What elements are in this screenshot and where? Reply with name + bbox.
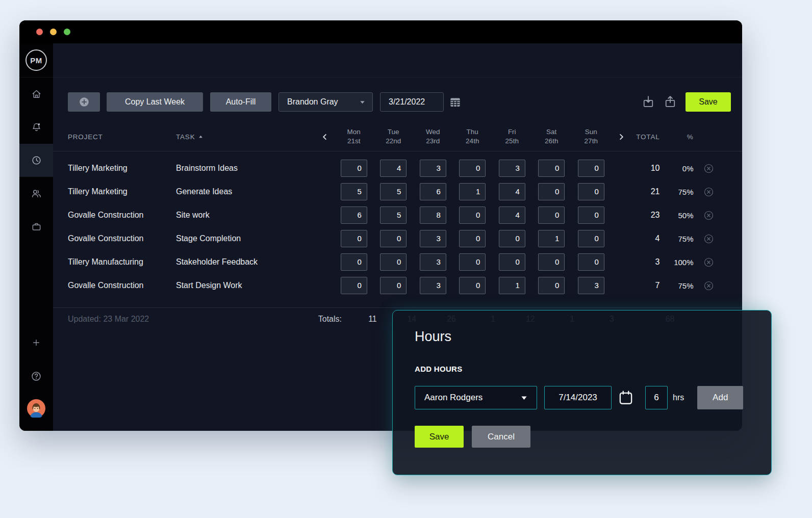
task-header[interactable]: TASK xyxy=(176,133,303,141)
hour-input[interactable]: 0 xyxy=(459,160,486,177)
minimize-button[interactable] xyxy=(50,29,57,35)
next-week-icon[interactable] xyxy=(615,133,628,141)
hour-input[interactable]: 1 xyxy=(499,277,525,294)
day-date: 23rd xyxy=(426,137,440,146)
hour-input[interactable]: 5 xyxy=(341,183,367,200)
chevron-down-icon xyxy=(520,394,528,402)
sidebar-help-button[interactable] xyxy=(19,365,53,387)
modal-date-input[interactable]: 7/14/2023 xyxy=(544,386,612,409)
hour-input[interactable]: 0 xyxy=(341,277,367,294)
timesheet-rows: Tillery MarketingBrainstorm Ideas0430300… xyxy=(53,157,742,297)
maximize-button[interactable] xyxy=(64,29,70,35)
hour-input[interactable]: 3 xyxy=(420,230,446,247)
day-header: Thu24th xyxy=(453,127,493,145)
hour-input[interactable]: 0 xyxy=(499,253,525,271)
row-total: 7 xyxy=(614,281,660,290)
sidebar-item-portfolio[interactable] xyxy=(19,210,53,243)
hour-input[interactable]: 0 xyxy=(578,253,604,271)
calendar-grid-icon[interactable] xyxy=(449,96,462,109)
hour-input[interactable]: 0 xyxy=(380,253,407,271)
hour-input[interactable]: 0 xyxy=(459,277,486,294)
hour-input[interactable]: 4 xyxy=(499,206,525,224)
hour-input[interactable]: 0 xyxy=(380,277,407,294)
project-cell: Tillery Marketing xyxy=(53,164,176,173)
delete-row-icon[interactable] xyxy=(698,163,720,174)
sidebar-item-team[interactable] xyxy=(19,177,53,210)
task-cell: Site work xyxy=(176,211,303,220)
modal-user-select[interactable]: Aaron Rodgers xyxy=(415,386,537,409)
header-divider xyxy=(53,151,742,151)
sidebar-item-notifications[interactable] xyxy=(19,111,53,144)
hour-input[interactable]: 3 xyxy=(420,277,446,294)
project-cell: Govalle Construction xyxy=(53,234,176,243)
hour-input[interactable]: 0 xyxy=(538,160,565,177)
hour-input[interactable]: 0 xyxy=(380,230,407,247)
close-button[interactable] xyxy=(36,29,43,35)
row-percent: 75% xyxy=(660,235,694,243)
chevron-down-icon xyxy=(359,98,366,106)
delete-row-icon[interactable] xyxy=(698,257,720,268)
user-select[interactable]: Brandon Gray xyxy=(278,92,373,112)
hour-input[interactable]: 0 xyxy=(459,206,486,224)
hour-input[interactable]: 0 xyxy=(499,230,525,247)
hour-input[interactable]: 0 xyxy=(538,206,565,224)
hour-input[interactable]: 0 xyxy=(538,253,565,271)
sidebar-item-home[interactable] xyxy=(19,77,53,111)
hour-input[interactable]: 3 xyxy=(499,160,525,177)
delete-row-icon[interactable] xyxy=(698,187,720,197)
hour-input[interactable]: 0 xyxy=(341,230,367,247)
hour-input[interactable]: 0 xyxy=(578,160,604,177)
totals-label: Totals: xyxy=(318,315,342,324)
modal-hours-input[interactable]: 6 xyxy=(645,386,668,409)
hour-input[interactable]: 5 xyxy=(380,183,407,200)
hour-input[interactable]: 0 xyxy=(341,253,367,271)
auto-fill-button[interactable]: Auto-Fill xyxy=(210,92,271,112)
row-total: 21 xyxy=(614,187,660,196)
copy-last-week-button[interactable]: Copy Last Week xyxy=(107,92,203,112)
row-total: 4 xyxy=(614,234,660,243)
modal-add-button[interactable]: Add xyxy=(697,386,743,409)
hour-input[interactable]: 0 xyxy=(538,277,565,294)
hour-input[interactable]: 3 xyxy=(420,160,446,177)
hour-input[interactable]: 0 xyxy=(341,160,367,177)
hour-input[interactable]: 4 xyxy=(499,183,525,200)
hour-input[interactable]: 4 xyxy=(380,160,407,177)
sidebar-add-button[interactable] xyxy=(19,331,53,354)
hour-input[interactable]: 6 xyxy=(420,183,446,200)
hour-input[interactable]: 0 xyxy=(578,230,604,247)
hour-input[interactable]: 3 xyxy=(420,253,446,271)
prev-week-icon[interactable] xyxy=(318,133,331,141)
bell-icon xyxy=(31,122,42,133)
delete-row-icon[interactable] xyxy=(698,210,720,221)
calendar-icon[interactable] xyxy=(618,389,634,406)
export-icon[interactable] xyxy=(664,95,677,109)
task-cell: Brainstorm Ideas xyxy=(176,164,303,173)
row-percent: 75% xyxy=(660,281,694,290)
hour-input[interactable]: 6 xyxy=(341,206,367,224)
project-cell: Tillery Marketing xyxy=(53,187,176,196)
date-input[interactable]: 3/21/2022 xyxy=(380,92,444,112)
hour-input[interactable]: 0 xyxy=(578,183,604,200)
hour-input[interactable]: 0 xyxy=(459,230,486,247)
modal-cancel-button[interactable]: Cancel xyxy=(472,426,530,448)
save-button[interactable]: Save xyxy=(686,92,731,112)
delete-row-icon[interactable] xyxy=(698,234,720,244)
hour-input[interactable]: 0 xyxy=(578,206,604,224)
hour-input[interactable]: 1 xyxy=(538,230,565,247)
hour-input[interactable]: 8 xyxy=(420,206,446,224)
hour-input[interactable]: 0 xyxy=(538,183,565,200)
percent-header: % xyxy=(660,133,694,141)
import-icon[interactable] xyxy=(642,95,655,109)
add-row-button[interactable] xyxy=(68,92,100,112)
user-avatar[interactable] xyxy=(19,397,53,420)
sidebar-item-timesheet[interactable] xyxy=(19,144,53,177)
hour-input[interactable]: 5 xyxy=(380,206,407,224)
delete-row-icon[interactable] xyxy=(698,280,720,291)
modal-save-button[interactable]: Save xyxy=(415,426,464,448)
hour-input[interactable]: 3 xyxy=(578,277,604,294)
top-band xyxy=(53,43,742,77)
sidebar: PM xyxy=(19,43,53,431)
hour-input[interactable]: 1 xyxy=(459,183,486,200)
hour-input[interactable]: 0 xyxy=(459,253,486,271)
day-header: Wed23rd xyxy=(413,127,453,145)
